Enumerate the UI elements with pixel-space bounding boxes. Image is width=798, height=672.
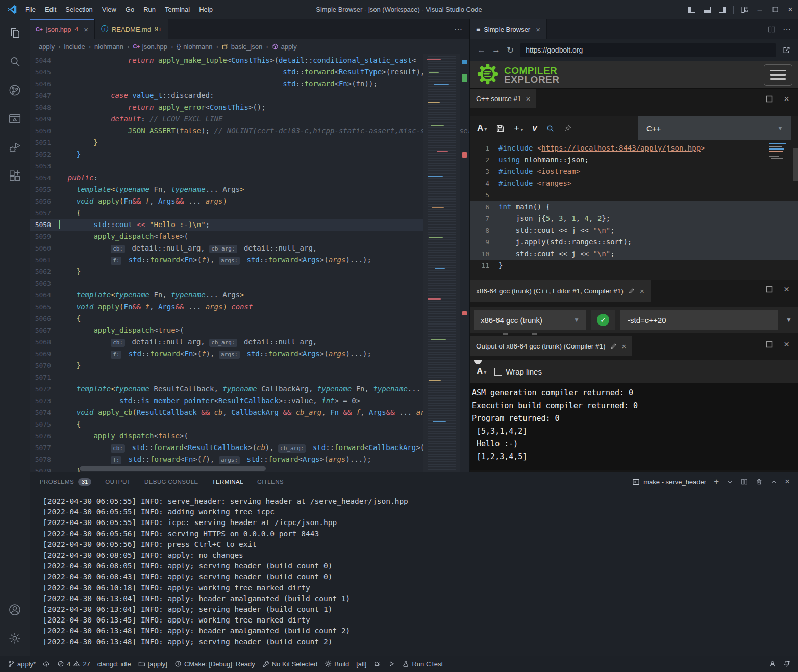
close-pane-icon[interactable]: × bbox=[784, 339, 789, 350]
split-terminal-icon[interactable] bbox=[741, 478, 748, 485]
statusbar-feedback[interactable] bbox=[765, 656, 780, 672]
menu-file[interactable]: File bbox=[20, 3, 40, 16]
scrollbar-slider[interactable] bbox=[80, 466, 266, 471]
close-window-button[interactable]: × bbox=[783, 0, 798, 19]
rename-pane-icon[interactable] bbox=[628, 287, 635, 294]
activitybar-source-control[interactable] bbox=[0, 76, 30, 105]
toggle-panel-icon[interactable] bbox=[700, 0, 715, 19]
panel-tab-debug-console[interactable]: DEBUG CONSOLE bbox=[144, 476, 198, 488]
close-pane-icon[interactable]: × bbox=[526, 94, 531, 103]
maximize-button[interactable] bbox=[767, 0, 783, 19]
kill-terminal-icon[interactable] bbox=[756, 478, 763, 485]
statusbar-build[interactable]: Build bbox=[321, 656, 353, 672]
statusbar-clangd-status[interactable]: clangd: idle bbox=[94, 656, 135, 672]
options-dropdown-icon[interactable]: ▼ bbox=[783, 316, 794, 323]
maximize-pane-icon[interactable] bbox=[765, 285, 774, 293]
menu-help[interactable]: Help bbox=[194, 3, 217, 16]
ce-output-tab[interactable]: Output of x86-64 gcc (trunk) (Compiler #… bbox=[470, 336, 632, 356]
close-pane-icon[interactable]: × bbox=[784, 93, 789, 105]
menu-terminal[interactable]: Terminal bbox=[160, 3, 194, 16]
ce-scrollbar[interactable] bbox=[793, 148, 798, 181]
breadcrumb-item-apply[interactable]: apply bbox=[39, 43, 55, 51]
hamburger-menu-icon[interactable] bbox=[764, 64, 792, 86]
vertical-scrollbar[interactable] bbox=[460, 54, 469, 472]
activitybar-run-debug[interactable] bbox=[0, 133, 30, 162]
statusbar-launch[interactable] bbox=[384, 656, 398, 672]
menu-run[interactable]: Run bbox=[139, 3, 160, 16]
save-icon[interactable] bbox=[496, 124, 505, 133]
panel-tab-gitlens[interactable]: GITLENS bbox=[257, 476, 284, 488]
activitybar-explorer[interactable] bbox=[0, 19, 30, 47]
customize-layout-icon[interactable] bbox=[737, 0, 752, 19]
language-select[interactable]: C++ ▼ bbox=[638, 116, 791, 140]
tab-readme-md[interactable]: ⓘREADME.md9+ bbox=[95, 19, 168, 39]
activitybar-cmake-panel[interactable] bbox=[0, 105, 30, 133]
menu-view[interactable]: View bbox=[97, 3, 121, 16]
activitybar-search[interactable] bbox=[0, 47, 30, 76]
reload-button[interactable]: ↻ bbox=[507, 45, 514, 56]
panel-tab-output[interactable]: OUTPUT bbox=[105, 476, 131, 488]
pin-icon[interactable] bbox=[564, 124, 572, 132]
maximize-pane-icon[interactable] bbox=[765, 95, 774, 103]
toggle-sidebar-icon[interactable] bbox=[684, 0, 700, 19]
ce-source-tab[interactable]: C++ source #1 × bbox=[470, 89, 536, 108]
menu-selection[interactable]: Selection bbox=[61, 3, 97, 16]
tab-json-hpp[interactable]: C+json.hpp4× bbox=[30, 19, 95, 39]
terminal-instance[interactable]: make - serve_header bbox=[632, 478, 706, 486]
activitybar-account[interactable] bbox=[0, 595, 30, 624]
breadcrumb-item-nlohmann[interactable]: nlohmann bbox=[94, 43, 123, 51]
font-size-button[interactable]: A▾ bbox=[477, 366, 486, 377]
toggle-secondary-sidebar-icon[interactable] bbox=[715, 0, 730, 19]
vim-mode-icon[interactable]: v bbox=[532, 123, 537, 133]
include-link[interactable]: https://localhost:8443/apply/json.hpp bbox=[541, 144, 701, 152]
zoom-icon[interactable] bbox=[546, 124, 555, 133]
close-panel-icon[interactable]: × bbox=[785, 477, 790, 487]
add-pane-button[interactable]: +▾ bbox=[514, 122, 523, 134]
minimize-button[interactable]: – bbox=[752, 0, 767, 19]
statusbar-ctest[interactable]: Run CTest bbox=[398, 656, 446, 672]
back-button[interactable]: ← bbox=[477, 45, 486, 55]
panel-tab-terminal[interactable]: TERMINAL bbox=[212, 476, 243, 488]
activitybar-settings-gear[interactable] bbox=[0, 624, 30, 653]
statusbar-build-target[interactable]: [all] bbox=[353, 656, 370, 672]
forward-button[interactable]: → bbox=[492, 45, 501, 55]
breadcrumb-item-json.hpp[interactable]: C+json.hpp bbox=[133, 43, 167, 51]
breadcrumb-item-basic_json[interactable]: basic_json bbox=[222, 43, 262, 51]
maximize-pane-icon[interactable] bbox=[765, 340, 774, 349]
new-terminal-icon[interactable]: + bbox=[714, 477, 719, 487]
statusbar-git-branch[interactable]: apply* bbox=[4, 656, 39, 672]
more-actions-icon[interactable]: ⋯ bbox=[454, 24, 462, 34]
statusbar-notifications[interactable] bbox=[780, 656, 794, 672]
more-actions-icon[interactable]: ⋯ bbox=[783, 24, 791, 34]
close-pane-icon[interactable]: × bbox=[640, 287, 644, 295]
rename-pane-icon[interactable] bbox=[610, 342, 617, 350]
statusbar-cmake-status[interactable]: CMake: [Debug]: Ready bbox=[171, 656, 259, 672]
tab-simple-browser[interactable]: ≡ Simple Browser × bbox=[470, 19, 547, 39]
close-tab-icon[interactable]: × bbox=[536, 25, 540, 34]
horizontal-scrollbar[interactable] bbox=[59, 465, 423, 472]
code-editor[interactable]: 5044 return apply_make_tuple<ConstThis>(… bbox=[30, 54, 469, 472]
minimap[interactable] bbox=[423, 54, 460, 472]
close-tab-icon[interactable]: × bbox=[84, 25, 88, 34]
wrap-lines-checkbox[interactable]: Wrap lines bbox=[494, 367, 542, 376]
breadcrumb-item-nlohmann[interactable]: {}nlohmann bbox=[177, 43, 212, 51]
breadcrumb-item-include[interactable]: include bbox=[64, 43, 85, 51]
maximize-panel-icon[interactable] bbox=[770, 479, 777, 485]
menu-edit[interactable]: Edit bbox=[40, 3, 61, 16]
open-external-icon[interactable] bbox=[782, 46, 791, 55]
url-input[interactable]: https://godbolt.org bbox=[520, 43, 776, 57]
ce-compiler-tab[interactable]: x86-64 gcc (trunk) (C++, Editor #1, Comp… bbox=[470, 280, 651, 302]
panel-tab-problems[interactable]: PROBLEMS31 bbox=[40, 475, 91, 489]
compiler-select[interactable]: x86-64 gcc (trunk) ▼ bbox=[474, 310, 586, 330]
statusbar-kit-selection[interactable]: No Kit Selected bbox=[259, 656, 321, 672]
menu-go[interactable]: Go bbox=[121, 3, 139, 16]
ce-source-editor[interactable]: 1#include <https://localhost:8443/apply/… bbox=[470, 140, 798, 280]
close-pane-icon[interactable]: × bbox=[622, 342, 627, 351]
breadcrumb-item-apply[interactable]: apply bbox=[272, 43, 297, 51]
statusbar-cmake-project[interactable]: [apply] bbox=[135, 656, 171, 672]
font-size-button[interactable]: A▾ bbox=[477, 123, 487, 133]
statusbar-debug[interactable] bbox=[370, 656, 384, 672]
statusbar-publish[interactable] bbox=[39, 656, 54, 672]
terminal-output[interactable]: [2022-04-30 06:05:55] INFO: serve_header… bbox=[30, 491, 798, 658]
split-editor-icon[interactable] bbox=[768, 26, 776, 33]
